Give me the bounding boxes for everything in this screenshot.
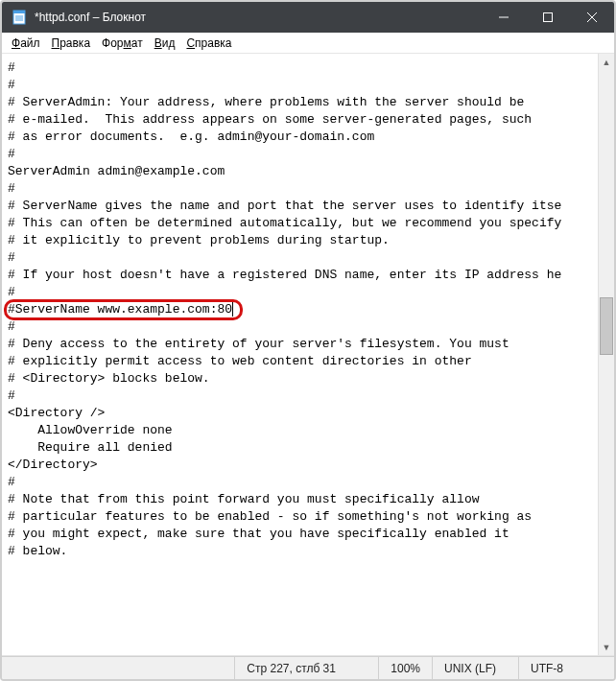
editor-line: # [8,59,598,77]
editor-line: # [8,180,598,198]
menu-help[interactable]: Справка [180,35,237,52]
editor-line: # below. [8,543,598,560]
editor-line: </Directory> [8,457,598,474]
scroll-up-arrow[interactable]: ▲ [599,54,614,70]
window-title: *httpd.conf – Блокнот [35,11,482,24]
status-eol: UNIX (LF) [432,657,518,679]
menu-file[interactable]: Файл [6,35,46,52]
editor-line: # Deny access to the entirety of your se… [8,336,598,353]
status-cursor: Стр 227, стлб 31 [234,657,378,679]
editor-line: # [8,387,598,405]
text-caret [232,302,233,317]
editor-line: # ServerAdmin: Your address, where probl… [8,94,598,111]
editor-line: # This can often be determined automatic… [8,215,598,232]
editor-line-highlighted: #ServerName www.example.com:80 [8,301,598,318]
scroll-track[interactable] [599,70,614,639]
menubar: Файл Правка Формат Вид Справка [2,33,614,54]
scroll-down-arrow[interactable]: ▼ [599,639,614,655]
editor-line: ServerAdmin admin@example.com [8,163,598,180]
editor-line: <Directory /> [8,405,598,422]
editor-line: # it explicitly to prevent problems duri… [8,232,598,249]
editor-line: # [8,146,598,163]
maximize-button[interactable] [526,2,570,33]
editor-line: Require all denied [8,439,598,457]
minimize-button[interactable] [482,2,526,33]
editor-line: # If your host doesn't have a registered… [8,267,598,284]
editor-line: # ServerName gives the name and port tha… [8,198,598,215]
editor-line: # [8,284,598,301]
editor-line: # explicitly permit access to web conten… [8,353,598,370]
editor-line: # [8,249,598,267]
svg-rect-1 [13,11,25,13]
status-encoding: UTF-8 [518,657,614,679]
menu-edit[interactable]: Правка [46,35,97,52]
editor-line: # Note that from this point forward you … [8,491,598,508]
editor-line: # particular features to be enabled - so… [8,508,598,526]
status-zoom: 100% [378,657,432,679]
editor-line: AllowOverride none [8,422,598,439]
status-spacer [2,657,234,679]
notepad-icon [12,10,27,25]
editor-line: # e-mailed. This address appears on some… [8,111,598,129]
vertical-scrollbar[interactable]: ▲ ▼ [598,54,614,655]
svg-rect-6 [544,13,553,22]
editor-line: # [8,318,598,336]
text-editor[interactable]: ### ServerAdmin: Your address, where pro… [2,54,598,655]
editor-line: # [8,474,598,491]
menu-format[interactable]: Формат [96,35,149,52]
close-button[interactable] [570,2,614,33]
scroll-thumb[interactable] [600,297,613,355]
editor-line: # <Directory> blocks below. [8,370,598,387]
editor-line: # as error documents. e.g. admin@your-do… [8,129,598,146]
editor-line: # [8,77,598,94]
menu-view[interactable]: Вид [149,35,181,52]
editor-line: # you might expect, make sure that you h… [8,526,598,543]
window-titlebar: *httpd.conf – Блокнот [2,2,614,33]
editor-area: ### ServerAdmin: Your address, where pro… [2,54,614,656]
statusbar: Стр 227, стлб 31 100% UNIX (LF) UTF-8 [2,656,614,679]
